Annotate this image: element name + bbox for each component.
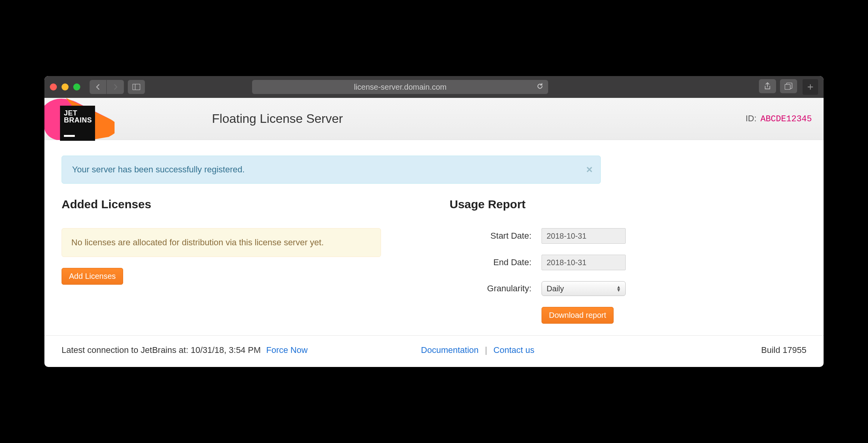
end-date-input[interactable] bbox=[542, 255, 626, 270]
no-licenses-alert: No licenses are allocated for distributi… bbox=[62, 228, 381, 257]
success-alert: Your server has been successfully regist… bbox=[62, 156, 601, 184]
start-date-input[interactable] bbox=[542, 228, 626, 244]
end-date-label: End Date: bbox=[450, 257, 531, 268]
granularity-select[interactable]: Daily bbox=[542, 281, 626, 296]
contact-us-link[interactable]: Contact us bbox=[494, 345, 535, 355]
traffic-lights bbox=[50, 83, 80, 90]
jetbrains-logo-square: JET BRAINS bbox=[60, 106, 95, 141]
download-report-button[interactable]: Download report bbox=[542, 307, 614, 324]
forward-button[interactable] bbox=[107, 80, 124, 94]
page-header: JET BRAINS Floating License Server ID: A… bbox=[44, 98, 824, 140]
success-alert-text: Your server has been successfully regist… bbox=[72, 165, 245, 174]
build-number: Build 17955 bbox=[761, 345, 806, 355]
logo[interactable]: JET BRAINS bbox=[44, 98, 122, 140]
svg-rect-2 bbox=[785, 85, 790, 90]
documentation-link[interactable]: Documentation bbox=[421, 345, 479, 355]
maximize-window-button[interactable] bbox=[73, 83, 80, 90]
footer: Latest connection to JetBrains at: 10/31… bbox=[44, 335, 824, 367]
server-id: ID: ABCDE12345 bbox=[746, 113, 812, 124]
add-licenses-button[interactable]: Add Licenses bbox=[62, 268, 123, 285]
svg-rect-0 bbox=[133, 84, 140, 90]
added-licenses-section: Added Licenses No licenses are allocated… bbox=[62, 198, 418, 324]
nav-buttons bbox=[90, 80, 124, 94]
added-licenses-title: Added Licenses bbox=[62, 198, 418, 211]
close-alert-button[interactable]: × bbox=[586, 164, 593, 175]
back-button[interactable] bbox=[90, 80, 107, 94]
id-value: ABCDE12345 bbox=[760, 114, 812, 124]
no-licenses-text: No licenses are allocated for distributi… bbox=[71, 237, 324, 247]
browser-toolbar: license-server.domain.com bbox=[44, 76, 824, 98]
reload-icon[interactable] bbox=[536, 83, 543, 92]
granularity-label: Granularity: bbox=[450, 284, 531, 294]
usage-report-title: Usage Report bbox=[450, 198, 806, 211]
url-text: license-server.domain.com bbox=[354, 83, 446, 92]
separator: | bbox=[485, 345, 487, 355]
page-title: Floating License Server bbox=[212, 112, 343, 126]
content: Your server has been successfully regist… bbox=[44, 140, 824, 335]
logo-text-line2: BRAINS bbox=[64, 117, 91, 124]
minimize-window-button[interactable] bbox=[62, 83, 69, 90]
tabs-button[interactable] bbox=[780, 79, 797, 93]
address-bar[interactable]: license-server.domain.com bbox=[252, 80, 548, 94]
latest-connection-text: Latest connection to JetBrains at: 10/31… bbox=[62, 345, 261, 355]
new-tab-button[interactable] bbox=[803, 79, 818, 95]
sidebar-toggle-button[interactable] bbox=[128, 80, 145, 94]
close-window-button[interactable] bbox=[50, 83, 57, 90]
force-now-link[interactable]: Force Now bbox=[266, 345, 307, 355]
id-label: ID: bbox=[746, 113, 757, 123]
start-date-label: Start Date: bbox=[450, 231, 531, 241]
share-button[interactable] bbox=[759, 79, 776, 93]
browser-window: license-server.domain.com bbox=[44, 76, 824, 367]
logo-text-line1: JET bbox=[64, 110, 91, 117]
usage-report-section: Usage Report Start Date: End Date: Granu… bbox=[450, 198, 806, 324]
